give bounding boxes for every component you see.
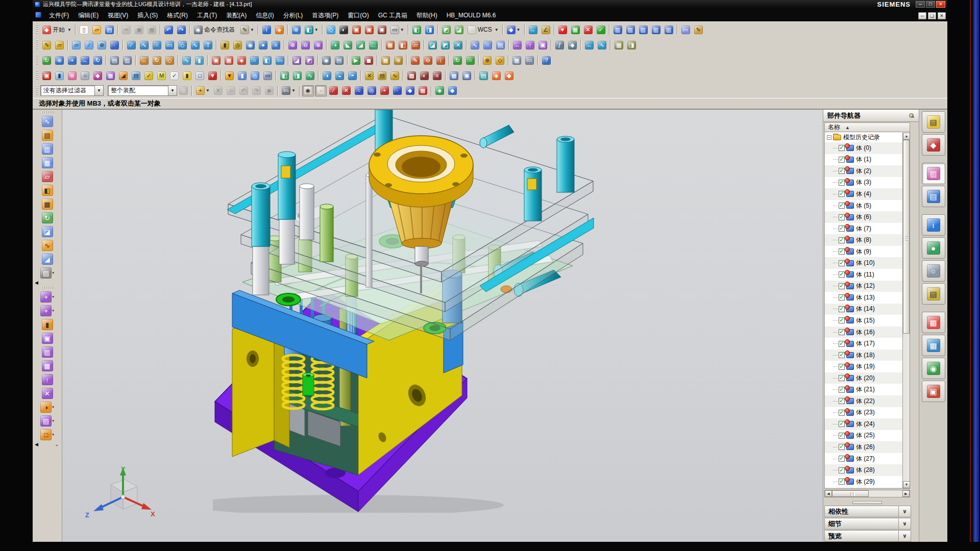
tree-root-model-history[interactable]: −模型历史记录 [825,132,910,142]
highlight-lines[interactable]: ≡ [431,70,443,81]
web-browser-tab[interactable]: i [922,214,945,236]
fit-view[interactable]: ⊕ [54,55,65,66]
selection-filter-dropdown[interactable]: 没有选择过滤器 [40,85,94,96]
delete-body[interactable]: ✕ [452,39,464,51]
chevron-down-icon[interactable]: ∨ [898,506,911,517]
visibility-checkbox[interactable] [839,283,845,289]
boolean-pink[interactable]: ⊕ [66,70,78,81]
intersect[interactable]: ⊗ [312,39,324,51]
gc-toolkit-green[interactable]: ◈ [434,85,446,96]
mesh-surface[interactable]: ▦ [105,70,116,81]
save-file[interactable]: ▤ [104,24,115,35]
studio-surface-button[interactable]: ∿ [39,115,56,128]
copy[interactable]: ▣ [133,24,145,35]
tree-row-body-19[interactable]: 体 (19) [825,361,910,372]
tree-row-body-23[interactable]: 体 (23) [825,407,910,419]
selection-filter-dropdown-arrow[interactable]: ▼ [94,85,104,96]
menu-hbmouldm[interactable]: HB_MOULD M6.6 [442,10,501,21]
wire-cube[interactable]: □ [194,70,206,81]
rail-collapse-arrow[interactable]: ◀ [33,280,62,285]
face-analysis[interactable]: ▣ [376,24,388,35]
edit-section[interactable]: ▭ [680,24,692,35]
swept-rail-button[interactable]: ∿ [39,239,56,252]
scale-object[interactable]: ◇ [164,55,176,66]
grid-display[interactable]: ▦ [570,24,581,35]
pull-face-sync[interactable]: ↑ [524,39,536,51]
stamp-tool[interactable]: ▼ [207,70,218,81]
open-file[interactable]: ▱ [91,24,103,35]
update-model[interactable]: ↻ [452,55,463,66]
visibility-checkbox[interactable] [839,352,845,358]
polygon-curve[interactable]: ◇ [177,39,188,51]
gc-mold-base[interactable]: ▦ [223,55,235,66]
deform-surface[interactable]: ∿ [389,70,401,81]
paste[interactable]: ▦ [146,24,158,35]
visibility-checkbox[interactable] [839,375,845,381]
assembly-navigator-tab[interactable]: ▤ [922,111,945,133]
tree-row-body-0[interactable]: 体 (0) [825,142,910,154]
tree-row-body-28[interactable]: 体 (28) [825,464,910,476]
shaded-mode[interactable]: ◐ [338,24,350,35]
dependencies-panel-header[interactable]: 相依性 ∨ [824,506,911,517]
snapshot[interactable]: ◉ [321,55,332,66]
visibility-checkbox[interactable] [839,260,845,266]
remove-mesh[interactable]: ✕ [582,24,594,35]
show-hide[interactable]: ◆▼ [505,24,522,35]
rib[interactable]: ≡ [270,39,282,51]
rectangle-select[interactable]: ▭▼ [280,85,297,96]
tree-row-body-17[interactable]: 体 (17) [825,338,910,349]
key-slot[interactable]: ▭ [262,70,274,81]
visibility-checkbox[interactable] [839,421,845,427]
sheet-check[interactable]: ✓ [168,70,180,81]
collapse-expander-icon[interactable]: − [827,135,831,140]
tree-row-body-5[interactable]: 体 (5) [825,200,910,212]
mdi-minimize-button[interactable]: ─ [918,12,926,19]
styled-blend[interactable]: ◓ [347,70,358,81]
revolve[interactable]: ◎ [232,39,243,51]
visibility-checkbox[interactable] [839,467,845,473]
wcs-dynamics[interactable]: ⊕ [481,55,493,66]
toolbar-grip[interactable] [36,70,38,81]
assembly-info[interactable]: ◈ [274,24,285,35]
datum-grid[interactable]: ▦ [448,70,460,81]
mirror-feature[interactable]: ◧ [397,39,409,51]
menu-r[interactable]: 格式(R) [162,10,192,21]
pattern-feature[interactable]: ▦ [384,39,396,51]
tree-row-body-3[interactable]: 体 (3) [825,177,910,189]
resize-face-button[interactable]: □▾ [39,428,56,441]
extrude[interactable]: ▮ [219,39,231,51]
x-form[interactable]: ✕ [363,70,375,81]
visibility-checkbox[interactable] [839,294,845,300]
emboss[interactable]: ◧ [279,70,290,81]
next-selection[interactable]: ↷ [251,85,262,96]
hole[interactable]: ◉ [244,39,256,51]
gc-toolkit-blue[interactable]: ◆ [447,85,458,96]
close-button[interactable]: ✕ [936,1,945,8]
orient-view-1[interactable]: ◩ [440,24,452,35]
snap-intersection[interactable]: ✕ [340,85,352,96]
delete-face-button[interactable]: ✕ [39,387,56,400]
palettes-tab[interactable]: ▦ [922,312,945,333]
tree-row-body-1[interactable]: 体 (1) [825,154,910,166]
tree-row-body-24[interactable]: 体 (24) [825,418,910,430]
layer-visible-in-view[interactable]: ▥ [121,55,133,66]
visibility-checkbox[interactable] [839,271,845,278]
suppress-feature[interactable]: ⊖ [422,55,434,66]
cut-face-region-button[interactable]: ▦ [39,359,56,372]
process-studio-tab[interactable]: ▤ [922,283,945,305]
split-screen-right[interactable]: ◨ [424,24,435,35]
menu-h[interactable]: 帮助(H) [412,10,442,21]
wave-geometry-linker[interactable]: ∿ [181,55,192,66]
nx-sheet-metal[interactable]: ▤ [478,70,489,81]
tree-row-body-27[interactable]: 体 (27) [825,453,910,465]
transition-surface-button[interactable]: ◧ [39,184,56,197]
wireframe-box-2[interactable]: ▣ [363,24,375,35]
pad-tool[interactable]: ▮ [236,70,248,81]
move-object[interactable]: ↔ [138,55,150,66]
measure-tool[interactable]: ↔ [583,39,595,51]
menu-o[interactable]: 窗口(O) [343,10,373,21]
visibility-checkbox[interactable] [839,444,845,450]
tree-row-body-9[interactable]: 体 (9) [825,246,910,258]
hd3d-tools-tab[interactable]: ● [922,237,945,259]
datum-clock[interactable]: ○ [79,70,91,81]
